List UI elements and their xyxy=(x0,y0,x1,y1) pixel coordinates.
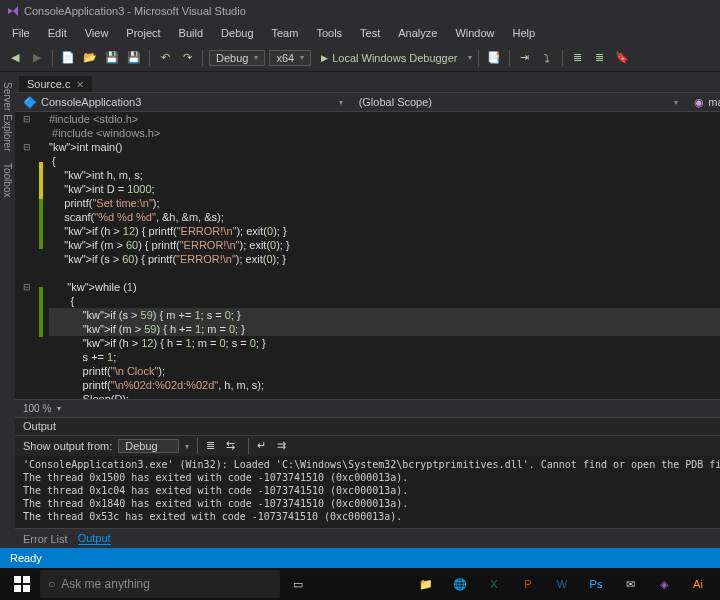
fold-marker[interactable] xyxy=(15,182,39,196)
uncomment-icon[interactable]: ≣ xyxy=(591,49,609,67)
code-line[interactable]: { xyxy=(49,154,720,168)
code-line[interactable]: "kw">if (m > 60) { printf("ERROR!\n"); e… xyxy=(49,238,720,252)
start-debug-button[interactable]: Local Windows Debugger xyxy=(315,50,463,66)
menu-build[interactable]: Build xyxy=(171,25,211,41)
code-line[interactable]: "kw">int main() xyxy=(49,140,720,154)
code-line[interactable]: #include <stdio.h> xyxy=(49,112,720,126)
fold-marker[interactable] xyxy=(15,168,39,182)
nav-back-icon[interactable]: ◀ xyxy=(6,49,24,67)
vs-taskbar-icon[interactable]: ◈ xyxy=(648,570,680,598)
fold-marker[interactable] xyxy=(15,294,39,308)
excel-icon[interactable]: X xyxy=(478,570,510,598)
code-line[interactable]: Sleep(D); xyxy=(49,392,720,399)
nav-scope[interactable]: (Global Scope) ▾ xyxy=(351,94,687,110)
menu-test[interactable]: Test xyxy=(352,25,388,41)
menu-debug[interactable]: Debug xyxy=(213,25,261,41)
fold-marker[interactable] xyxy=(15,252,39,266)
fold-marker[interactable] xyxy=(15,210,39,224)
bookmark-icon[interactable]: 🔖 xyxy=(613,49,631,67)
code-line[interactable] xyxy=(49,266,720,280)
chevron-down-icon[interactable]: ▾ xyxy=(468,53,472,62)
menu-analyze[interactable]: Analyze xyxy=(390,25,445,41)
output-source-select[interactable]: Debug xyxy=(118,439,178,453)
tab-errorlist[interactable]: Error List xyxy=(23,533,68,545)
menu-tools[interactable]: Tools xyxy=(308,25,350,41)
filetab-source[interactable]: Source.c ✕ xyxy=(19,76,92,92)
fold-marker[interactable] xyxy=(15,224,39,238)
code-line[interactable]: "kw">if (h > 12) { printf("ERROR!\n"); e… xyxy=(49,224,720,238)
step-icon[interactable]: ⇥ xyxy=(516,49,534,67)
fold-marker[interactable] xyxy=(15,378,39,392)
new-icon[interactable]: 📄 xyxy=(59,49,77,67)
code-line[interactable]: "kw">int h, m, s; xyxy=(49,168,720,182)
explorer-icon[interactable]: 📁 xyxy=(410,570,442,598)
fold-marker[interactable] xyxy=(15,350,39,364)
tab-icon[interactable]: ⤵ xyxy=(538,49,556,67)
start-button[interactable] xyxy=(6,570,38,598)
fold-marker[interactable] xyxy=(15,266,39,280)
code-line[interactable]: "kw">if (s > 60) { printf("ERROR!\n"); e… xyxy=(49,252,720,266)
menu-window[interactable]: Window xyxy=(447,25,502,41)
cortana-search[interactable]: ○ Ask me anything xyxy=(40,570,280,598)
open-icon[interactable]: 📂 xyxy=(81,49,99,67)
config-select[interactable]: Debug xyxy=(209,50,265,66)
illustrator-icon[interactable]: Ai xyxy=(682,570,714,598)
code-line[interactable]: s += 1; xyxy=(49,350,720,364)
code-line[interactable]: "kw">if (s > 59) { m += 1; s = 0; } xyxy=(49,308,720,322)
nav-project[interactable]: 🔷 ConsoleApplication3 ▾ xyxy=(15,94,351,111)
redo-icon[interactable]: ↷ xyxy=(178,49,196,67)
code-line[interactable]: "kw">while (1) xyxy=(49,280,720,294)
code-line[interactable]: "kw">if (m > 59) { h += 1; m = 0; } xyxy=(49,322,720,336)
fold-marker[interactable] xyxy=(15,336,39,350)
photoshop-icon[interactable]: Ps xyxy=(580,570,612,598)
taskview-icon[interactable]: ▭ xyxy=(282,570,314,598)
fold-marker[interactable] xyxy=(15,308,39,322)
output-text[interactable]: 'ConsoleApplication3.exe' (Win32): Loade… xyxy=(15,456,720,528)
fold-marker[interactable]: ⊟ xyxy=(15,112,39,126)
toggle-icon[interactable]: ⇆ xyxy=(226,439,240,453)
fold-marker[interactable] xyxy=(15,322,39,336)
code-editor[interactable]: ⊟ ⊟ ⊟ #include <stdio.h> #include <windo… xyxy=(15,112,720,399)
code-line[interactable]: scanf("%d %d %d", &h, &m, &s); xyxy=(49,210,720,224)
code-line[interactable]: printf("\n Clock"); xyxy=(49,364,720,378)
chevron-down-icon[interactable]: ▾ xyxy=(57,404,61,413)
code-line[interactable]: "kw">int D = 1000; xyxy=(49,182,720,196)
comment-icon[interactable]: ≣ xyxy=(569,49,587,67)
save-icon[interactable]: 💾 xyxy=(103,49,121,67)
nav-func[interactable]: ◉ main() xyxy=(686,94,720,111)
code-line[interactable]: #include <windows.h> xyxy=(49,126,720,140)
menu-team[interactable]: Team xyxy=(264,25,307,41)
nav-fwd-icon[interactable]: ▶ xyxy=(28,49,46,67)
save-all-icon[interactable]: 💾 xyxy=(125,49,143,67)
code-line[interactable]: printf("\n%02d:%02d:%02d", h, m, s); xyxy=(49,378,720,392)
server-explorer-tab[interactable]: Server Explorer xyxy=(0,76,15,157)
code-line[interactable]: "kw">if (h > 12) { h = 1; m = 0; s = 0; … xyxy=(49,336,720,350)
menu-project[interactable]: Project xyxy=(118,25,168,41)
fold-marker[interactable] xyxy=(15,364,39,378)
menu-view[interactable]: View xyxy=(77,25,117,41)
word-icon[interactable]: W xyxy=(546,570,578,598)
platform-select[interactable]: x64 xyxy=(269,50,311,66)
toolbox-tab[interactable]: Toolbox xyxy=(0,157,15,203)
fold-marker[interactable] xyxy=(15,238,39,252)
fold-marker[interactable]: ⊟ xyxy=(15,280,39,294)
misc-icon1[interactable]: 📑 xyxy=(485,49,503,67)
menu-edit[interactable]: Edit xyxy=(40,25,75,41)
close-icon[interactable]: ✕ xyxy=(76,79,84,90)
mail-icon[interactable]: ✉ xyxy=(614,570,646,598)
chrome-icon[interactable]: 🌐 xyxy=(444,570,476,598)
menu-file[interactable]: File xyxy=(4,25,38,41)
undo-icon[interactable]: ↶ xyxy=(156,49,174,67)
wrap2-icon[interactable]: ⇉ xyxy=(277,439,291,453)
fold-marker[interactable] xyxy=(15,392,39,399)
zoom-level[interactable]: 100 % xyxy=(23,403,51,414)
code-line[interactable]: { xyxy=(49,294,720,308)
fold-marker[interactable]: ⊟ xyxy=(15,140,39,154)
fold-marker[interactable] xyxy=(15,196,39,210)
powerpoint-icon[interactable]: P xyxy=(512,570,544,598)
fold-marker[interactable] xyxy=(15,126,39,140)
clear-icon[interactable]: ≣ xyxy=(206,439,220,453)
code-line[interactable]: printf("Set time:\n"); xyxy=(49,196,720,210)
tab-output[interactable]: Output xyxy=(78,532,111,545)
word-wrap-icon[interactable]: ↵ xyxy=(257,439,271,453)
